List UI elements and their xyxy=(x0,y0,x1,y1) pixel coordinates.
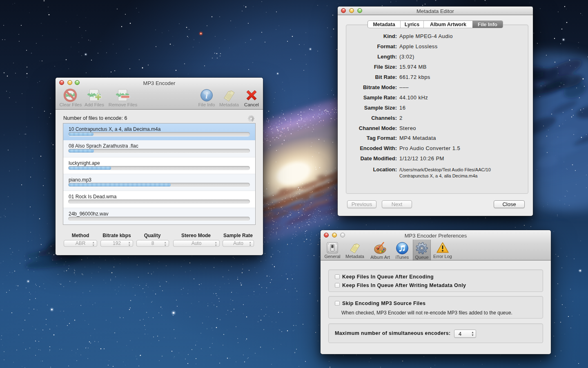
svg-text:i: i xyxy=(205,90,208,101)
